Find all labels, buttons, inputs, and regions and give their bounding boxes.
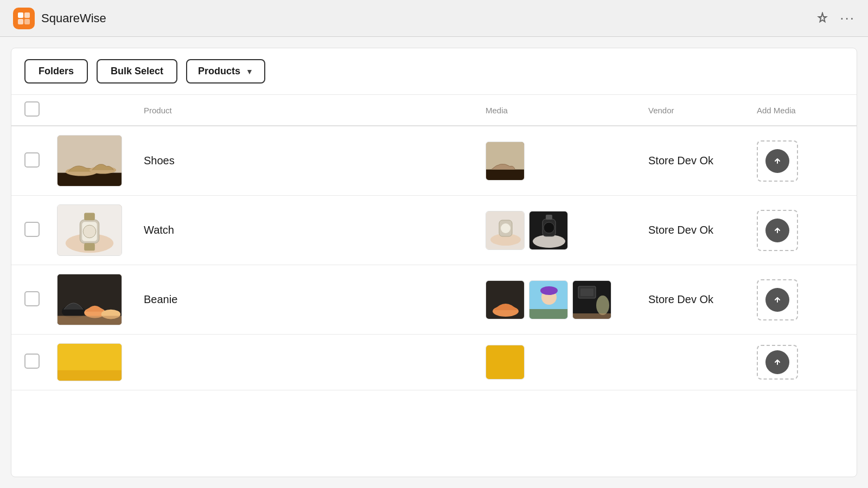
header-media: Media	[486, 106, 648, 115]
vendor-watch: Store Dev Ok	[648, 224, 757, 236]
product-thumbnail-beanie	[57, 274, 122, 325]
row-checkbox-shoes[interactable]	[24, 152, 40, 168]
upload-button-beanie[interactable]	[757, 279, 798, 320]
upload-button-cell-fourth	[757, 345, 844, 380]
media-thumb-beanie-1	[486, 280, 525, 319]
toolbar: Folders Bulk Select Products ▼	[11, 48, 857, 95]
shoes-media-image-1	[486, 142, 524, 180]
content-panel: Folders Bulk Select Products ▼ Product M…	[11, 48, 857, 477]
dropdown-arrow-icon: ▼	[246, 67, 253, 76]
upload-button-shoes[interactable]	[757, 140, 798, 182]
table-row: Beanie	[11, 265, 857, 335]
vendor-beanie: Store Dev Ok	[648, 293, 757, 306]
row-checkbox-cell	[24, 152, 57, 170]
more-icon: ···	[840, 10, 855, 27]
upload-icon-watch	[765, 219, 789, 242]
svg-point-21	[501, 223, 510, 233]
table-row: Watch	[11, 196, 857, 265]
folders-button[interactable]: Folders	[24, 59, 88, 84]
upload-button-cell-shoes	[757, 140, 844, 182]
main-area: Folders Bulk Select Products ▼ Product M…	[0, 37, 868, 488]
bulk-select-button[interactable]: Bulk Select	[97, 59, 177, 84]
product-name-shoes: Shoes	[144, 155, 486, 167]
shoes-main-image	[58, 136, 122, 186]
header-vendor: Vendor	[648, 106, 757, 115]
app-icon	[13, 8, 35, 29]
pin-button[interactable]	[816, 12, 829, 25]
svg-point-42	[596, 296, 609, 315]
product-thumbnail-fourth	[57, 343, 122, 381]
row-checkbox-fourth[interactable]	[24, 354, 40, 369]
svg-rect-1	[24, 12, 30, 18]
titlebar-left: SquareWise	[13, 8, 106, 29]
svg-rect-2	[18, 19, 23, 24]
media-thumb-fourth-1	[486, 345, 525, 380]
svg-rect-32	[58, 316, 122, 325]
vendor-shoes: Store Dev Ok	[648, 155, 757, 167]
products-dropdown-label: Products	[198, 66, 240, 77]
titlebar-right: ···	[816, 10, 855, 27]
media-thumb-watch-2	[529, 211, 568, 250]
upload-icon-fourth	[765, 350, 789, 374]
svg-rect-17	[84, 243, 95, 251]
product-thumbnail-watch	[57, 204, 122, 256]
row-checkbox-watch[interactable]	[24, 222, 40, 237]
app-title: SquareWise	[41, 11, 106, 25]
svg-rect-0	[18, 12, 23, 18]
table-row	[11, 335, 857, 390]
header-product: Product	[144, 106, 486, 115]
product-name-watch: Watch	[144, 224, 486, 236]
table-header: Product Media Vendor Add Media	[11, 95, 857, 126]
row-checkbox-beanie[interactable]	[24, 291, 40, 306]
svg-rect-43	[573, 313, 611, 319]
header-checkbox-cell	[24, 101, 57, 119]
svg-point-25	[544, 222, 554, 233]
row-checkbox-cell	[24, 291, 57, 309]
svg-rect-47	[486, 345, 525, 380]
svg-point-23	[533, 235, 565, 248]
upload-icon-beanie	[765, 288, 789, 312]
media-thumbs-beanie	[486, 280, 648, 319]
upload-button-cell-beanie	[757, 279, 844, 320]
media-thumb-watch-1	[486, 211, 525, 250]
media-thumbs-fourth	[486, 345, 648, 380]
svg-point-38	[540, 286, 558, 295]
more-button[interactable]: ···	[840, 10, 855, 27]
select-all-checkbox[interactable]	[24, 101, 40, 117]
media-thumbs-shoes	[486, 142, 648, 181]
beanie-main-image	[58, 274, 122, 325]
svg-rect-41	[580, 288, 593, 296]
product-name-beanie: Beanie	[144, 293, 486, 306]
titlebar: SquareWise ···	[0, 0, 868, 37]
upload-button-cell-watch	[757, 210, 844, 251]
svg-rect-16	[84, 213, 95, 221]
header-add-media: Add Media	[757, 106, 844, 115]
media-thumb-beanie-3	[572, 280, 611, 319]
upload-button-watch[interactable]	[757, 210, 798, 251]
products-dropdown-button[interactable]: Products ▼	[186, 59, 265, 84]
svg-point-15	[83, 225, 96, 238]
product-thumbnail-shoes	[57, 135, 122, 187]
svg-rect-3	[24, 19, 30, 24]
svg-rect-26	[546, 215, 552, 220]
row-checkbox-cell	[24, 222, 57, 239]
watch-main-image	[58, 205, 122, 255]
svg-rect-46	[58, 370, 122, 381]
fourth-main-image	[58, 344, 122, 381]
upload-icon-shoes	[765, 149, 789, 173]
media-thumb-beanie-2	[529, 280, 568, 319]
svg-rect-9	[486, 169, 524, 179]
media-thumb-shoes-1	[486, 142, 525, 181]
upload-button-fourth[interactable]	[757, 345, 798, 380]
table-row: Shoes Store Dev Ok	[11, 126, 857, 196]
svg-rect-36	[529, 309, 568, 319]
media-thumbs-watch	[486, 211, 648, 250]
row-checkbox-cell	[24, 354, 57, 371]
